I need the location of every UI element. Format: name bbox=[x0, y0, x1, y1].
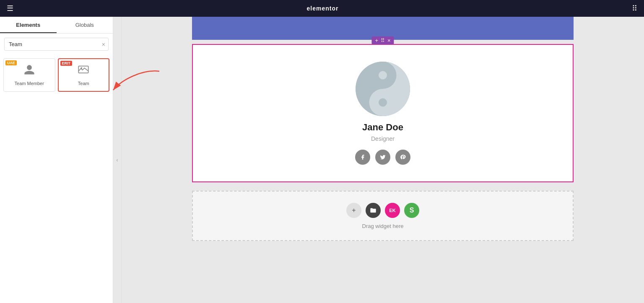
tab-globals[interactable]: Globals bbox=[57, 17, 113, 33]
drop-icons: + EK S bbox=[346, 203, 419, 218]
collapse-sidebar-handle[interactable]: ‹ bbox=[113, 17, 122, 303]
drop-zone[interactable]: + EK S Drag widget here bbox=[192, 191, 574, 241]
drop-label: Drag widget here bbox=[362, 223, 404, 229]
badge-erit: ERIT bbox=[60, 61, 73, 66]
widget-grid: UAE Team Member ERIT bbox=[0, 55, 113, 95]
card-add-button[interactable]: + bbox=[375, 38, 378, 43]
person-icon bbox=[23, 64, 35, 78]
widget-team-member[interactable]: UAE Team Member bbox=[3, 58, 55, 92]
team-card: Jane Doe Designer bbox=[192, 44, 574, 182]
twitter-icon[interactable] bbox=[375, 150, 390, 165]
topbar: ☰ elementor ⠿ bbox=[0, 0, 644, 17]
menu-icon[interactable]: ☰ bbox=[7, 4, 13, 13]
drop-folder-button[interactable] bbox=[366, 203, 381, 218]
avatar bbox=[356, 62, 410, 116]
card-toolbar: + ⠿ × bbox=[371, 36, 394, 44]
grid-icon[interactable]: ⠿ bbox=[632, 4, 637, 13]
svg-point-4 bbox=[379, 71, 387, 80]
card-move-button[interactable]: ⠿ bbox=[381, 38, 385, 43]
card-close-button[interactable]: × bbox=[387, 38, 391, 43]
badge-uae: UAE bbox=[5, 60, 17, 65]
member-name: Jane Doe bbox=[362, 122, 403, 133]
search-container: × bbox=[0, 34, 113, 55]
canvas-area: + ⠿ × Jane Doe Designer bbox=[122, 17, 644, 303]
svg-point-5 bbox=[379, 98, 387, 107]
drop-add-button[interactable]: + bbox=[346, 203, 361, 218]
widget-team-label: Team bbox=[78, 81, 89, 86]
main-layout: Elements Globals × UAE bbox=[0, 17, 644, 303]
svg-point-1 bbox=[81, 67, 83, 69]
sidebar-wrapper: Elements Globals × UAE bbox=[0, 17, 122, 303]
team-card-wrapper: + ⠿ × Jane Doe Designer bbox=[192, 44, 574, 182]
member-role: Designer bbox=[371, 135, 395, 142]
sidebar-tabs: Elements Globals bbox=[0, 17, 113, 34]
image-icon bbox=[78, 64, 89, 78]
widget-team-member-label: Team Member bbox=[15, 81, 44, 86]
search-clear-button[interactable]: × bbox=[102, 41, 105, 47]
search-input[interactable] bbox=[4, 38, 109, 51]
widget-team[interactable]: ERIT Team bbox=[58, 58, 110, 92]
drop-ek-button[interactable]: EK bbox=[385, 203, 400, 218]
social-icons bbox=[355, 150, 410, 165]
sidebar: Elements Globals × UAE bbox=[0, 17, 113, 303]
tab-elements[interactable]: Elements bbox=[0, 17, 57, 33]
drop-s-button[interactable]: S bbox=[404, 203, 419, 218]
logo: elementor bbox=[307, 5, 339, 12]
facebook-icon[interactable] bbox=[355, 150, 370, 165]
pinterest-icon[interactable] bbox=[395, 150, 410, 165]
